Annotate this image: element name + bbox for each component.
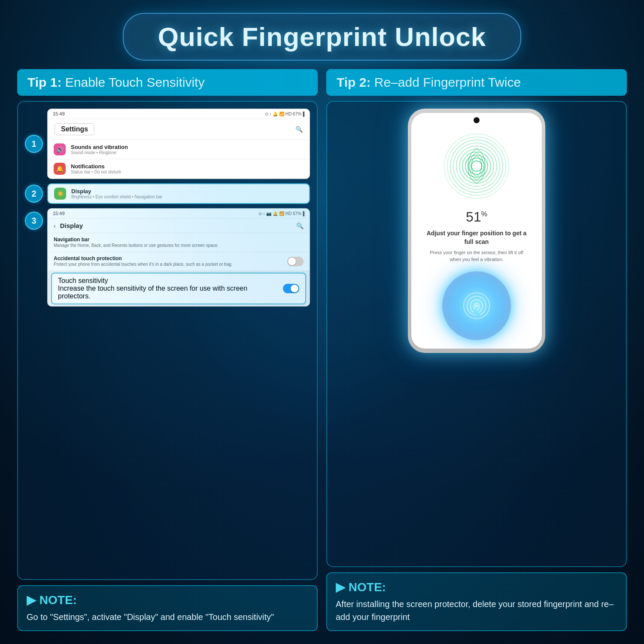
settings-label: Settings (61, 125, 88, 133)
navbar-label: Navigation bar (54, 237, 304, 243)
note-left-box: ▶ NOTE: Go to "Settings", activate "Disp… (17, 585, 318, 631)
step1-circle: 1 (25, 135, 43, 153)
notifications-label: Notifications (71, 163, 121, 170)
step1-status-bar: 15:49 ⊙ ↕ 🔔 📶 HD 67%▐ (48, 109, 310, 119)
display-screen-title: Display (60, 222, 292, 229)
step2-row: 2 ☀️ Display Brightness • Eye comfort sh… (25, 183, 310, 204)
notifications-text: Notifications Status bar • Do not distur… (71, 163, 121, 174)
touch-label: Touch sensitivity (58, 277, 279, 285)
tip1-label: Tip 1: (27, 75, 61, 89)
step1-row: 1 15:49 ⊙ ↕ 🔔 📶 HD 67%▐ Settings (25, 109, 310, 179)
accidental-toggle[interactable] (287, 257, 304, 266)
step3-status-bar: 15:49 ⊙ ↕ 📷 🔔 📶 HD 67%▐ (48, 209, 310, 219)
fp-scanner (442, 271, 511, 340)
fingerprint-svg (442, 132, 511, 200)
tip2-text: Re–add Fingerprint Twice (374, 75, 521, 89)
fp-sub-message: Press your finger on the sensor, then li… (420, 249, 533, 263)
touch-toggle[interactable] (283, 284, 299, 293)
notifications-sublabel: Status bar • Do not disturb (71, 170, 121, 174)
phone-outer: 51% Adjust your finger position to get a… (408, 109, 545, 353)
phone-notch (474, 117, 480, 123)
page-container: Quick Fingerprint Unlock Tip 1: Enable T… (0, 0, 644, 644)
sounds-label: Sounds and vibration (71, 144, 128, 150)
accidental-item[interactable]: Accidental touch protection Protect your… (48, 252, 310, 271)
tip1-text: Enable Touch Sensitivity (65, 75, 205, 89)
sounds-item[interactable]: 🔊 Sounds and vibration Sound mode • Ring… (48, 140, 310, 159)
touch-text: Touch sensitivity Increase the touch sen… (58, 277, 283, 300)
touch-sensitivity-item[interactable]: Touch sensitivity Increase the touch sen… (51, 273, 306, 304)
step3-phone: 15:49 ⊙ ↕ 📷 🔔 📶 HD 67%▐ ‹ Display 🔍 Navi… (47, 208, 310, 307)
navbar-sublabel: Manage the Home, Back, and Recents butto… (54, 243, 304, 248)
step2-display-item[interactable]: ☀️ Display Brightness • Eye comfort shie… (47, 183, 310, 204)
fingerprint-phone-container: 51% Adjust your finger position to get a… (408, 109, 545, 559)
step3-time: 15:49 (53, 211, 65, 216)
fingerprint-icon-svg (459, 289, 494, 323)
step1-icons: ⊙ ↕ 🔔 📶 HD 67%▐ (265, 112, 304, 116)
step3-circle: 3 (25, 212, 43, 230)
svg-point-3 (453, 143, 500, 189)
back-arrow-icon[interactable]: ‹ (54, 222, 56, 229)
page-title: Quick Fingerprint Unlock (158, 21, 486, 52)
right-column: Tip 2: Re–add Fingerprint Twice (326, 69, 627, 631)
step1-number: 1 (31, 139, 36, 149)
note-right-body: After installing the screen protector, d… (336, 598, 617, 623)
note-left-title: ▶ NOTE: (27, 593, 308, 607)
sounds-text: Sounds and vibration Sound mode • Ringto… (71, 144, 128, 155)
fp-message: Adjust your finger position to get a ful… (420, 229, 533, 246)
svg-point-6 (462, 152, 491, 180)
display-icon: ☀️ (54, 188, 66, 200)
step2-circle: 2 (25, 185, 43, 203)
fp-percent: 51% (466, 209, 487, 225)
tip1-header: Tip 1: Enable Touch Sensitivity (17, 69, 318, 96)
step2-number: 2 (31, 189, 36, 199)
touch-sublabel: Increase the touch sensitivity of the sc… (58, 285, 279, 300)
title-badge: Quick Fingerprint Unlock (123, 13, 522, 61)
svg-point-8 (468, 158, 485, 174)
left-panel: 1 15:49 ⊙ ↕ 🔔 📶 HD 67%▐ Settings (17, 101, 318, 580)
phone-inner: 51% Adjust your finger position to get a… (411, 113, 542, 349)
tip2-header: Tip 2: Re–add Fingerprint Twice (326, 69, 627, 96)
svg-point-10 (475, 304, 478, 307)
svg-point-9 (471, 161, 482, 171)
display-text: Display Brightness • Eye comfort shield … (71, 188, 162, 199)
note-right-box: ▶ NOTE: After installing the screen prot… (326, 572, 627, 631)
sounds-sublabel: Sound mode • Ringtone (71, 150, 128, 155)
display-sublabel: Brightness • Eye comfort shield • Naviga… (71, 194, 162, 199)
sounds-icon: 🔊 (54, 143, 66, 155)
notifications-icon: 🔔 (54, 163, 66, 175)
fingerprint-area: 51% Adjust your finger position to get a… (411, 123, 542, 349)
step1-time: 15:49 (53, 111, 65, 116)
settings-title-box: Settings (55, 123, 94, 135)
accidental-label: Accidental touch protection (54, 255, 284, 261)
step3-number: 3 (31, 216, 36, 226)
note-left-body: Go to "Settings", activate "Display" and… (27, 611, 308, 623)
right-panel: 51% Adjust your finger position to get a… (326, 101, 627, 567)
search-icon[interactable]: 🔍 (295, 126, 303, 133)
main-columns: Tip 1: Enable Touch Sensitivity 1 15:49 … (17, 69, 627, 631)
display-search-icon[interactable]: 🔍 (296, 222, 304, 229)
step3-row: 3 15:49 ⊙ ↕ 📷 🔔 📶 HD 67%▐ ‹ Display 🔍 (25, 208, 310, 307)
left-column: Tip 1: Enable Touch Sensitivity 1 15:49 … (17, 69, 318, 631)
tip2-label: Tip 2: (337, 75, 371, 89)
display-label: Display (71, 188, 162, 194)
svg-point-5 (459, 149, 494, 183)
step1-content: Settings 🔍 🔊 Sounds and vibration Sound … (48, 119, 310, 179)
accidental-sublabel: Protect your phone from accidental touch… (54, 261, 284, 267)
notifications-item[interactable]: 🔔 Notifications Status bar • Do not dist… (48, 159, 310, 179)
svg-point-0 (444, 134, 509, 198)
fingerprint-rings (442, 132, 511, 200)
step1-phone: 15:49 ⊙ ↕ 🔔 📶 HD 67%▐ Settings 🔍 (47, 109, 310, 179)
note-right-title: ▶ NOTE: (336, 580, 617, 594)
svg-point-2 (450, 140, 503, 192)
step3-icons: ⊙ ↕ 📷 🔔 📶 HD 67%▐ (258, 211, 304, 216)
display-header: ‹ Display 🔍 (48, 219, 310, 233)
step1-settings-header: Settings 🔍 (48, 119, 310, 140)
accidental-text: Accidental touch protection Protect your… (54, 255, 287, 267)
navbar-item[interactable]: Navigation bar Manage the Home, Back, an… (48, 233, 310, 252)
